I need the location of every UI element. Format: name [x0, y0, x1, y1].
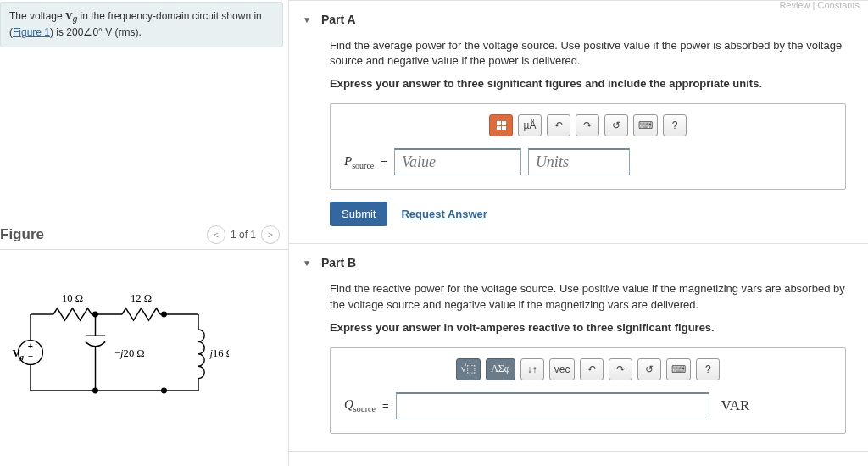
circuit-diagram: + − — [0, 284, 229, 413]
reset-button[interactable]: ↺ — [637, 358, 661, 380]
part-a-toolbar: µÅ ↶ ↷ ↺ ⌨ ? — [344, 114, 832, 136]
help-button[interactable]: ? — [663, 114, 687, 136]
reset-icon: ↺ — [612, 119, 620, 131]
figure-pane: + − — [0, 249, 288, 416]
label-zc: −j20 Ω — [114, 347, 145, 359]
request-answer-link[interactable]: Request Answer — [401, 208, 487, 220]
redo-button[interactable]: ↷ — [609, 358, 632, 380]
collapse-icon: ▼ — [303, 258, 311, 268]
undo-button[interactable]: ↶ — [547, 114, 570, 136]
problem-intro: The voltage Vg in the frequency-domain c… — [0, 2, 283, 47]
label-zl: j16 Ω — [209, 347, 229, 359]
undo-icon: ↶ — [554, 119, 563, 131]
value-input[interactable] — [394, 148, 521, 175]
templates-button[interactable] — [489, 114, 513, 136]
equals-sign: = — [382, 399, 389, 412]
constants-link[interactable]: Constants — [817, 0, 860, 10]
reset-icon: ↺ — [645, 363, 654, 375]
part-a-title: Part A — [321, 13, 356, 26]
top-links: Review | Constants — [779, 0, 860, 10]
part-a-answer-box: µÅ ↶ ↷ ↺ ⌨ ? Psource = — [330, 103, 846, 190]
part-b-title: Part B — [321, 256, 356, 269]
answer-input[interactable] — [396, 392, 709, 419]
keyboard-icon: ⌨ — [638, 119, 653, 131]
figure-title: Figure — [0, 226, 44, 243]
part-a-lhs: Psource — [344, 154, 374, 170]
redo-button[interactable]: ↷ — [576, 114, 599, 136]
part-b-instruction: Find the reactive power for the voltage … — [330, 281, 846, 312]
part-b-instruction-units: Express your answer in volt-amperes reac… — [330, 321, 846, 334]
intro-mid: in the frequency-domain circuit shown in — [77, 10, 261, 22]
figure-next-button[interactable]: > — [261, 225, 280, 244]
svg-text:+: + — [28, 341, 33, 352]
submit-button[interactable]: Submit — [330, 202, 387, 226]
part-a-instruction-units: Express your answer to three significant… — [330, 77, 846, 90]
part-a-instruction: Find the average power for the voltage s… — [330, 38, 846, 69]
intro-prefix: The voltage — [9, 10, 65, 22]
figure-prev-button[interactable]: < — [207, 225, 225, 244]
templates-button[interactable]: √⬚ — [456, 358, 481, 380]
reset-button[interactable]: ↺ — [604, 114, 628, 136]
svg-text:−: − — [28, 351, 33, 361]
help-button[interactable]: ? — [696, 358, 720, 380]
units-input[interactable] — [528, 148, 630, 175]
undo-icon: ↶ — [587, 363, 596, 375]
figure-page: 1 of 1 — [231, 229, 256, 241]
svg-point-16 — [93, 388, 97, 392]
keyboard-button[interactable]: ⌨ — [666, 358, 691, 380]
redo-icon: ↷ — [616, 363, 625, 375]
part-b-header[interactable]: ▼ Part B — [289, 244, 868, 281]
collapse-icon: ▼ — [303, 15, 311, 25]
undo-button[interactable]: ↶ — [580, 358, 604, 380]
redo-icon: ↷ — [583, 119, 592, 131]
subsup-button[interactable]: ↓↑ — [520, 358, 544, 380]
figure-link[interactable]: Figure 1 — [13, 26, 50, 38]
part-b-toolbar: √⬚ ΑΣφ ↓↑ vec ↶ ↷ ↺ ⌨ ? — [344, 358, 832, 380]
keyboard-icon: ⌨ — [671, 363, 686, 375]
label-r2: 12 Ω — [131, 292, 152, 304]
greek-button[interactable]: ΑΣφ — [486, 358, 515, 380]
unit-suffix: VAR — [721, 397, 750, 414]
vec-button[interactable]: vec — [549, 358, 576, 380]
label-r1: 10 Ω — [62, 292, 83, 304]
svg-point-17 — [162, 388, 166, 392]
equals-sign: = — [381, 156, 387, 169]
part-b-lhs: Qsource — [344, 397, 376, 413]
review-link[interactable]: Review — [779, 0, 810, 10]
keyboard-button[interactable]: ⌨ — [633, 114, 658, 136]
units-button[interactable]: µÅ — [518, 114, 542, 136]
part-b-answer-box: √⬚ ΑΣφ ↓↑ vec ↶ ↷ ↺ ⌨ ? Qsource = — [330, 347, 846, 434]
